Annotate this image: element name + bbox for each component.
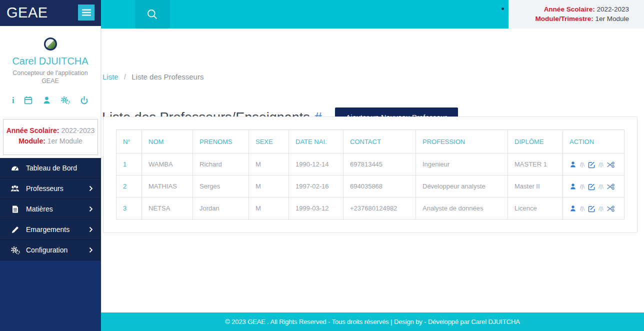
row-number-link[interactable]: 1 (123, 160, 126, 168)
cell-prenoms: Jordan (193, 198, 249, 220)
sidebar-item-matieres[interactable]: Matières (0, 199, 101, 220)
sidebar-toggle-button[interactable] (78, 4, 94, 20)
user-icon[interactable] (42, 96, 51, 104)
column-header-diplome: DIPLÔME (508, 130, 563, 154)
cell-prenoms: Serges (193, 176, 249, 198)
year-label: Année Scolaire: (544, 6, 595, 13)
action-separator: /|\ (578, 184, 586, 190)
table-row: 2 MATHIAS Serges M 1997-02-16 694035868 … (116, 176, 624, 198)
row-number-link[interactable]: 2 (123, 182, 126, 190)
view-professor-icon[interactable] (570, 183, 576, 190)
view-professor-icon[interactable] (570, 205, 576, 212)
professors-table-card: N° NOM PRENOMS SEXE DATE NAI. CONTACT PR… (103, 116, 638, 233)
edit-professor-icon[interactable] (588, 205, 596, 212)
column-header-prenoms: PRENOMS (193, 130, 249, 154)
action-separator: /|\ (578, 162, 586, 168)
profile-quick-actions: i (0, 96, 100, 104)
year-value: 2022-2023 (596, 6, 629, 13)
cell-sexe: M (249, 176, 289, 198)
view-professor-icon[interactable] (570, 161, 576, 168)
action-separator: /|\ (597, 184, 604, 190)
module-value: 1er Module (595, 15, 629, 22)
sidebar-item-label: Matières (26, 205, 89, 213)
profile-name: Carel DJUITCHA (0, 55, 100, 67)
professors-table: N° NOM PRENOMS SEXE DATE NAI. CONTACT PR… (116, 130, 624, 220)
table-row: 1 WAMBA Richard M 1990-12-14 697813445 I… (116, 154, 624, 176)
breadcrumb-current: Liste des Professeurs (132, 72, 204, 81)
module-value: 1er Module (48, 137, 82, 145)
year-value: 2022-2023 (61, 126, 94, 134)
column-header-date: DATE NAI. (289, 130, 344, 154)
column-header-profession: PROFESSION (416, 130, 508, 154)
cell-nom: WAMBA (142, 154, 193, 176)
avatar[interactable] (44, 38, 57, 50)
main-area: Année Scolaire: 2022-2023 Module/Trimest… (101, 0, 644, 331)
sidebar-session-box: Année Scolaire: 2022-2023 Module: 1er Mo… (3, 119, 98, 155)
sidebar-item-professeurs[interactable]: Professeurs (0, 178, 101, 199)
edit-professor-icon[interactable] (588, 183, 596, 190)
search-button[interactable] (135, 0, 170, 28)
cell-contact: 697813445 (344, 154, 416, 176)
hamburger-icon (82, 9, 91, 16)
delete-professor-cut-icon[interactable] (606, 162, 615, 168)
cell-actions: /|\ /|\ (563, 176, 624, 198)
sidebar-item-label: Professeurs (26, 184, 89, 192)
profile-role: Concepteur de l'application GEAE (0, 69, 100, 85)
cell-date: 1999-03-12 (289, 198, 344, 220)
sidebar-item-label: Configuration (26, 246, 89, 254)
row-number-link[interactable]: 3 (123, 204, 126, 212)
search-icon (146, 8, 159, 21)
profile-section: Carel DJUITCHA Concepteur de l'applicati… (0, 26, 101, 158)
cell-profession: Développeur analyste (416, 176, 508, 198)
users-icon (10, 185, 20, 192)
cell-date: 1990-12-14 (289, 154, 344, 176)
cell-profession: Analyste de données (416, 198, 508, 220)
gears-icon (10, 246, 20, 254)
year-label: Année Scolaire: (6, 126, 60, 134)
gears-icon[interactable] (60, 96, 70, 104)
chevron-right-icon (89, 186, 93, 192)
calendar-icon[interactable] (24, 96, 32, 104)
power-icon[interactable] (80, 96, 88, 104)
module-label: Module/Trimestre: (535, 15, 593, 22)
app-window: GEAE Carel DJUITCHA Concepteur de l'appl… (0, 0, 644, 331)
sidebar-filler (0, 260, 101, 331)
top-navbar: Année Scolaire: 2022-2023 Module/Trimest… (101, 0, 644, 28)
chevron-right-icon (89, 206, 93, 212)
topbar-session-box: Année Scolaire: 2022-2023 Module/Trimest… (508, 0, 644, 28)
cell-actions: /|\ /|\ (563, 154, 624, 176)
cell-date: 1997-02-16 (289, 176, 344, 198)
info-icon[interactable]: i (12, 96, 14, 104)
cell-diplome: Licence (508, 198, 563, 220)
footer: © 2023 GEAE . All Rights Reserved - Tous… (101, 312, 644, 331)
table-header-row: N° NOM PRENOMS SEXE DATE NAI. CONTACT PR… (116, 130, 624, 154)
edit-professor-icon[interactable] (588, 161, 596, 168)
module-label: Module: (18, 137, 46, 145)
sidebar-item-tableau-de-bord[interactable]: Tableau de Bord (0, 158, 101, 178)
cell-nom: NETSA (142, 198, 193, 220)
sidebar-item-configuration[interactable]: Configuration (0, 240, 101, 260)
pencil-icon (10, 226, 20, 234)
chevron-right-icon (89, 247, 93, 253)
dashboard-icon (10, 164, 20, 172)
cell-actions: /|\ /|\ (563, 198, 624, 220)
column-header-contact: CONTACT (344, 130, 416, 154)
sidebar-item-label: Emargements (26, 226, 89, 234)
cell-sexe: M (249, 154, 289, 176)
cell-nom: MATHIAS (142, 176, 193, 198)
table-row: 3 NETSA Jordan M 1999-03-12 +23768012498… (116, 198, 624, 220)
column-header-sexe: SEXE (249, 130, 289, 154)
sidebar-item-emargements[interactable]: Emargements (0, 220, 101, 240)
breadcrumb-link-liste[interactable]: Liste (102, 72, 118, 81)
breadcrumb-separator: / (120, 72, 130, 81)
delete-professor-cut-icon[interactable] (606, 206, 615, 212)
action-separator: /|\ (578, 206, 586, 212)
cell-contact: +237680124982 (344, 198, 416, 220)
navbar-dot-toggle[interactable] (502, 8, 504, 10)
content-area: Liste / Liste des Professeurs Liste des … (101, 28, 644, 312)
column-header-num: N° (116, 130, 142, 154)
action-separator: /|\ (597, 162, 604, 168)
chevron-right-icon (89, 226, 93, 232)
delete-professor-cut-icon[interactable] (606, 184, 615, 190)
action-separator: /|\ (597, 206, 604, 212)
